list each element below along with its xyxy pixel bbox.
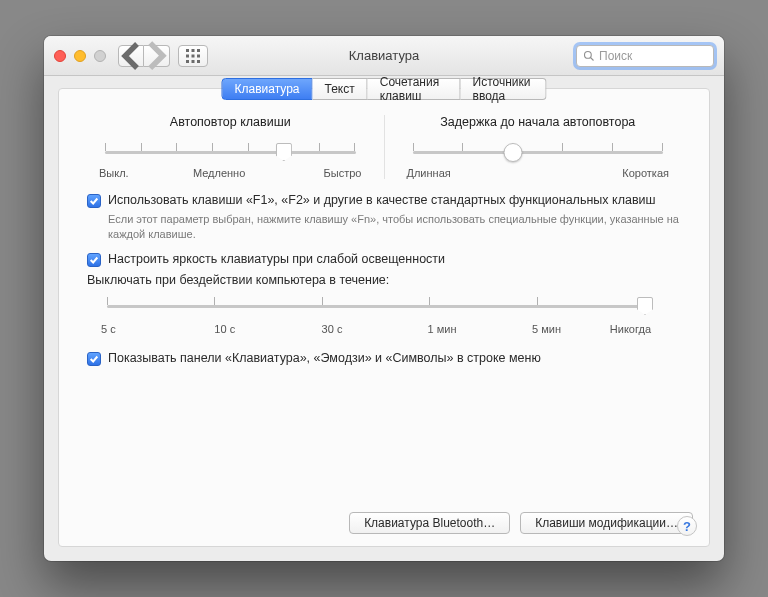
delay-slider[interactable]: [413, 139, 664, 165]
brightness-label: Настроить яркость клавиатуры при слабой …: [108, 252, 445, 266]
key-repeat-off-label: Выкл.: [99, 167, 129, 179]
panel: Клавиатура Текст Сочетания клавиш Источн…: [58, 88, 710, 547]
delay-group: Задержка до начала автоповтора Длинная К…: [395, 115, 682, 179]
svg-rect-6: [186, 60, 189, 63]
brightness-row: Настроить яркость клавиатуры при слабой …: [87, 252, 681, 267]
tab-bar: Клавиатура Текст Сочетания клавиш Источн…: [222, 78, 547, 100]
svg-rect-2: [197, 49, 200, 52]
inactivity-slider[interactable]: [107, 293, 645, 319]
delay-title: Задержка до начала автоповтора: [395, 115, 682, 129]
svg-rect-7: [192, 60, 195, 63]
key-repeat-group: Автоповтор клавиши Выкл. Медленно Быстро: [87, 115, 385, 179]
search-input[interactable]: Поиск: [576, 45, 714, 67]
nav-buttons: [118, 45, 170, 67]
search-placeholder: Поиск: [599, 49, 632, 63]
content: Автоповтор клавиши Выкл. Медленно Быстро…: [59, 89, 709, 512]
delay-long-label: Длинная: [407, 167, 451, 179]
zoom-icon: [94, 50, 106, 62]
key-repeat-fast-label: Быстро: [324, 167, 362, 179]
menubar-viewer-checkbox[interactable]: [87, 352, 101, 366]
help-button[interactable]: ?: [677, 516, 697, 536]
menubar-viewer-row: Показывать панели «Клавиатура», «Эмодзи»…: [87, 351, 681, 366]
inactivity-label: Выключать при бездействии компьютера в т…: [87, 273, 681, 287]
tab-keyboard[interactable]: Клавиатура: [222, 78, 313, 100]
key-repeat-slider[interactable]: [105, 139, 356, 165]
window-controls: [54, 50, 106, 62]
svg-rect-4: [192, 54, 195, 57]
forward-button: [144, 45, 170, 67]
svg-point-9: [585, 51, 592, 58]
inactivity-slider-wrap: 5 с 10 с 30 с 1 мин 5 мин Никогда: [101, 293, 651, 335]
titlebar: Клавиатура Поиск: [44, 36, 724, 76]
delay-short-label: Короткая: [622, 167, 669, 179]
svg-rect-1: [192, 49, 195, 52]
fn-keys-label: Использовать клавиши «F1», «F2» и другие…: [108, 193, 656, 207]
svg-rect-3: [186, 54, 189, 57]
svg-rect-8: [197, 60, 200, 63]
key-repeat-title: Автоповтор клавиши: [87, 115, 374, 129]
back-button[interactable]: [118, 45, 144, 67]
bluetooth-keyboard-button[interactable]: Клавиатура Bluetooth…: [349, 512, 510, 534]
svg-line-10: [591, 57, 594, 60]
tab-text[interactable]: Текст: [313, 78, 368, 100]
close-icon[interactable]: [54, 50, 66, 62]
inactivity-ticks: 5 с 10 с 30 с 1 мин 5 мин Никогда: [101, 323, 651, 335]
show-all-button[interactable]: [178, 45, 208, 67]
fn-keys-hint: Если этот параметр выбран, нажмите клави…: [108, 212, 681, 242]
tab-input-sources[interactable]: Источники ввода: [461, 78, 547, 100]
svg-rect-0: [186, 49, 189, 52]
fn-keys-checkbox[interactable]: [87, 194, 101, 208]
svg-rect-5: [197, 54, 200, 57]
footer: Клавиатура Bluetooth… Клавиши модификаци…: [59, 512, 709, 534]
preferences-window: Клавиатура Поиск Клавиатура Текст Сочета…: [44, 36, 724, 561]
brightness-checkbox[interactable]: [87, 253, 101, 267]
minimize-icon[interactable]: [74, 50, 86, 62]
key-repeat-slow-label: Медленно: [193, 167, 245, 179]
menubar-viewer-label: Показывать панели «Клавиатура», «Эмодзи»…: [108, 351, 541, 365]
fn-keys-row: Использовать клавиши «F1», «F2» и другие…: [87, 193, 681, 208]
modifier-keys-button[interactable]: Клавиши модификации…: [520, 512, 693, 534]
tab-shortcuts[interactable]: Сочетания клавиш: [368, 78, 461, 100]
